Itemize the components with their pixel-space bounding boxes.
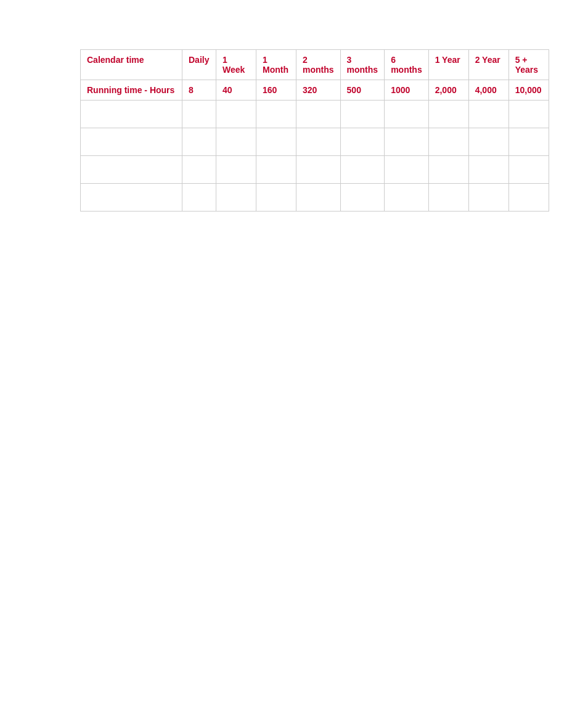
empty-cell: [468, 128, 508, 156]
empty-cell: [296, 128, 341, 156]
empty-cell: [468, 101, 508, 128]
empty-cell: [385, 101, 429, 128]
header-2year: 2 Year: [468, 50, 508, 80]
empty-cell: [296, 184, 341, 212]
empty-cell: [508, 128, 549, 156]
header-3months: 3 months: [340, 50, 385, 80]
row1-years5: 10,000: [508, 80, 549, 101]
empty-cell: [340, 128, 385, 156]
header-row: Calendar time Daily 1 Week 1 Month 2 mon…: [81, 50, 549, 80]
empty-cell: [428, 156, 468, 184]
empty-row-3: [81, 128, 549, 156]
row1-week1: 40: [216, 80, 256, 101]
data-row-1: Running time - Hours 8 40 160 320 500 10…: [81, 80, 549, 101]
empty-cell: [256, 101, 296, 128]
empty-cell: [340, 156, 385, 184]
empty-cell: [508, 101, 549, 128]
header-calendar-time: Calendar time: [81, 50, 182, 80]
empty-cell: [81, 156, 182, 184]
header-6months: 6 months: [385, 50, 429, 80]
empty-cell: [182, 184, 216, 212]
empty-cell: [216, 101, 256, 128]
row1-label: Running time - Hours: [81, 80, 182, 101]
header-1week: 1 Week: [216, 50, 256, 80]
empty-cell: [340, 101, 385, 128]
row1-month1: 160: [256, 80, 296, 101]
empty-row-5: [81, 184, 549, 212]
empty-cell: [508, 156, 549, 184]
row1-daily: 8: [182, 80, 216, 101]
empty-cell: [81, 184, 182, 212]
empty-cell: [81, 128, 182, 156]
empty-cell: [182, 128, 216, 156]
header-1month: 1 Month: [256, 50, 296, 80]
empty-cell: [428, 101, 468, 128]
empty-cell: [508, 184, 549, 212]
row1-months2: 320: [296, 80, 341, 101]
empty-row-4: [81, 156, 549, 184]
header-5years: 5 + Years: [508, 50, 549, 80]
empty-cell: [428, 128, 468, 156]
table-container: Calendar time Daily 1 Week 1 Month 2 mon…: [0, 0, 588, 212]
main-table: Calendar time Daily 1 Week 1 Month 2 mon…: [80, 49, 549, 212]
empty-cell: [216, 156, 256, 184]
empty-cell: [256, 156, 296, 184]
empty-cell: [81, 101, 182, 128]
row1-year2: 4,000: [468, 80, 508, 101]
empty-cell: [296, 101, 341, 128]
empty-cell: [216, 184, 256, 212]
empty-cell: [182, 101, 216, 128]
row1-months3: 500: [340, 80, 385, 101]
empty-cell: [216, 128, 256, 156]
header-daily: Daily: [182, 50, 216, 80]
empty-cell: [385, 156, 429, 184]
empty-cell: [385, 128, 429, 156]
empty-row-2: [81, 101, 549, 128]
row1-year1: 2,000: [428, 80, 468, 101]
empty-cell: [428, 184, 468, 212]
empty-cell: [256, 128, 296, 156]
row1-months6: 1000: [385, 80, 429, 101]
empty-cell: [296, 156, 341, 184]
empty-cell: [468, 184, 508, 212]
empty-cell: [340, 184, 385, 212]
header-1year: 1 Year: [428, 50, 468, 80]
empty-cell: [385, 184, 429, 212]
empty-cell: [182, 156, 216, 184]
empty-cell: [256, 184, 296, 212]
empty-cell: [468, 156, 508, 184]
header-2months: 2 months: [296, 50, 341, 80]
